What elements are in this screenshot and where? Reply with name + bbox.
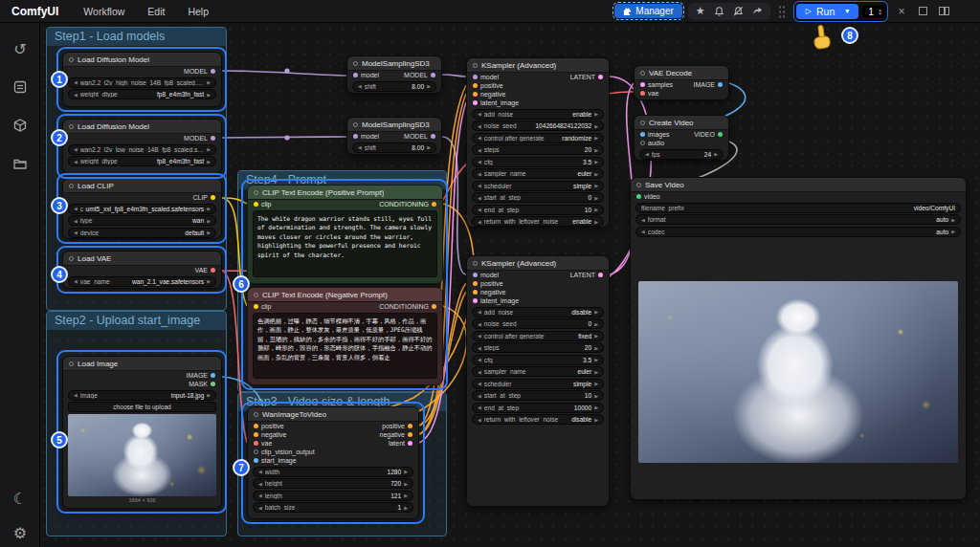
choose-file-button[interactable]: choose file to upload bbox=[68, 402, 216, 412]
widget-sampler-name[interactable]: ◀sampler_nameeuler▶ bbox=[472, 366, 604, 377]
collapse-dot-icon[interactable] bbox=[69, 57, 74, 62]
start-image-input-port[interactable] bbox=[254, 458, 258, 463]
clip-input-port[interactable] bbox=[254, 202, 258, 207]
positive-input-port[interactable] bbox=[473, 281, 478, 286]
node-header[interactable]: Create Video bbox=[635, 116, 728, 130]
workflow-history-icon[interactable]: ↺ bbox=[0, 34, 40, 63]
model-input-port[interactable] bbox=[473, 273, 478, 277]
collapse-dot-icon[interactable] bbox=[353, 122, 358, 127]
model-library-icon[interactable] bbox=[0, 111, 40, 140]
manager-button[interactable]: Manager bbox=[614, 4, 681, 18]
model-output-port[interactable] bbox=[431, 134, 435, 139]
latent-output-port[interactable] bbox=[408, 441, 412, 446]
settings-gear-icon[interactable]: ⚙ bbox=[0, 518, 40, 547]
clip-input-port[interactable] bbox=[254, 304, 258, 309]
collapse-dot-icon[interactable] bbox=[353, 61, 358, 66]
widget-shift[interactable]: ◀shift8.00▶ bbox=[352, 142, 436, 153]
latent-output-port[interactable] bbox=[598, 273, 603, 277]
positive-input-port[interactable] bbox=[254, 424, 258, 428]
group-step1-title[interactable]: Step1 - Load models bbox=[47, 28, 226, 46]
widget-cfg[interactable]: ◀cfg3.5▶ bbox=[472, 355, 604, 365]
node-header[interactable]: Load Image bbox=[63, 357, 221, 371]
queue-stepper[interactable]: ▴▾ bbox=[879, 8, 881, 15]
node-header[interactable]: VAE Decode bbox=[635, 66, 728, 80]
collapse-dot-icon[interactable] bbox=[473, 261, 478, 266]
widget-noise-seed[interactable]: ◀noise_seed0▶ bbox=[472, 318, 604, 329]
latent-output-port[interactable] bbox=[598, 75, 603, 79]
negative-prompt-textarea[interactable]: 色调艳丽，过曝，静态，细节模糊不清，字幕，风格，作品，画作，画面，静止，整体发灰… bbox=[253, 313, 437, 379]
collapse-dot-icon[interactable] bbox=[69, 184, 74, 188]
node-vae-decode[interactable]: VAE Decode samplesIMAGE vae bbox=[634, 65, 729, 100]
widget-weight-dtype[interactable]: ◀weight_dtypefp8_e4m3fn_fast▶ bbox=[68, 89, 216, 99]
collapse-dot-icon[interactable] bbox=[254, 412, 258, 417]
theme-toggle-icon[interactable]: ☾ bbox=[0, 484, 40, 513]
clip-output-port[interactable] bbox=[211, 195, 215, 200]
latent-image-input-port[interactable] bbox=[473, 100, 478, 105]
widget-return-leftover-noise[interactable]: ◀return_with_leftover_noiseenable▶ bbox=[472, 216, 604, 227]
share-icon[interactable] bbox=[749, 4, 767, 19]
collapse-dot-icon[interactable] bbox=[69, 256, 74, 261]
node-header[interactable]: ModelSamplingSD3 bbox=[347, 56, 441, 71]
node-save-video[interactable]: Save Video video filename_prefixvideo/Co… bbox=[630, 177, 967, 500]
menu-edit[interactable]: Edit bbox=[136, 6, 176, 17]
node-header[interactable]: Load Diffusion Model bbox=[63, 120, 221, 134]
model-input-port[interactable] bbox=[353, 134, 358, 139]
clip-vision-input-port[interactable] bbox=[254, 449, 258, 454]
negative-input-port[interactable] bbox=[254, 432, 258, 437]
widget-end-at-step[interactable]: ◀end_at_step10▶ bbox=[472, 205, 604, 215]
model-output-port[interactable] bbox=[211, 69, 215, 74]
group-step2-title[interactable]: Step2 - Upload start_image bbox=[47, 312, 226, 330]
video-input-port[interactable] bbox=[636, 194, 641, 199]
widget-add-noise[interactable]: ◀add_noiseenable▶ bbox=[472, 109, 604, 120]
model-input-port[interactable] bbox=[473, 75, 478, 79]
widget-control-after-generate[interactable]: ◀control after generatefixed▶ bbox=[472, 331, 604, 341]
node-load-diffusion-model-low[interactable]: Load Diffusion Model MODEL ◀wan2.2_i2v_l… bbox=[62, 119, 222, 174]
widget-control-after-generate[interactable]: ◀control after generaterandomize▶ bbox=[472, 133, 604, 143]
model-input-port[interactable] bbox=[353, 73, 358, 77]
widget-vae-name[interactable]: ◀vae_namewan_2.1_vae.safetensors▶ bbox=[68, 276, 216, 287]
node-header[interactable]: ModelSamplingSD3 bbox=[347, 118, 441, 132]
mask-output-port[interactable] bbox=[211, 382, 215, 386]
drag-handle-icon[interactable] bbox=[778, 5, 786, 18]
star-icon[interactable]: ★ bbox=[692, 4, 709, 19]
comfyui-logo[interactable]: ComfyUI bbox=[0, 5, 72, 18]
vae-output-port[interactable] bbox=[211, 268, 215, 273]
widget-device[interactable]: ◀devicedefault▶ bbox=[68, 228, 216, 238]
widget-clip-name[interactable]: ◀clip …umt5_xxl_fp8_e4m3fn_scaled.safete… bbox=[68, 204, 216, 214]
node-header[interactable]: Load Diffusion Model bbox=[63, 53, 221, 67]
input-image-preview[interactable] bbox=[68, 414, 216, 496]
collapse-dot-icon[interactable] bbox=[473, 63, 478, 68]
widget-scheduler[interactable]: ◀schedulersimple▶ bbox=[472, 379, 604, 389]
menu-help[interactable]: Help bbox=[176, 6, 220, 17]
widget-return-leftover-noise[interactable]: ◀return_with_leftover_noisedisable▶ bbox=[472, 414, 604, 425]
node-modelsampling-sd3-1[interactable]: ModelSamplingSD3 modelMODEL ◀shift8.00▶ bbox=[346, 55, 442, 94]
node-header[interactable]: Save Video bbox=[631, 178, 966, 192]
widget-batch-size[interactable]: ◀batch_size1▶ bbox=[253, 502, 413, 513]
widget-scheduler[interactable]: ◀schedulersimple▶ bbox=[472, 181, 604, 191]
widget-add-noise[interactable]: ◀add_noisedisable▶ bbox=[472, 307, 604, 317]
widget-end-at-step[interactable]: ◀end_at_step10000▶ bbox=[472, 403, 604, 413]
positive-output-port[interactable] bbox=[408, 424, 412, 428]
image-output-port[interactable] bbox=[211, 373, 215, 378]
queue-count-box[interactable]: 1▴▾ bbox=[862, 5, 885, 18]
widget-steps[interactable]: ◀steps20▶ bbox=[472, 342, 604, 353]
node-load-image[interactable]: Load Image IMAGE MASK ◀imageinput-18.jpg… bbox=[62, 356, 222, 509]
node-ksampler-advanced-2[interactable]: KSampler (Advanced) modelLATENT positive… bbox=[466, 255, 610, 507]
run-button[interactable]: ▷Run▾ bbox=[796, 4, 858, 19]
negative-input-port[interactable] bbox=[473, 290, 478, 295]
node-header[interactable]: Load VAE bbox=[63, 252, 221, 266]
node-header[interactable]: WanImageToVideo bbox=[248, 407, 418, 422]
model-output-port[interactable] bbox=[431, 73, 435, 77]
maximize-icon[interactable] bbox=[915, 5, 930, 18]
node-header[interactable]: Load CLIP bbox=[63, 179, 221, 193]
widget-filename-prefix[interactable]: filename_prefixvideo/ComfyUI bbox=[635, 203, 961, 213]
node-load-clip[interactable]: Load CLIP CLIP ◀clip …umt5_xxl_fp8_e4m3f… bbox=[62, 178, 222, 239]
widget-image-file[interactable]: ◀imageinput-18.jpg▶ bbox=[68, 390, 216, 401]
video-output-port[interactable] bbox=[718, 132, 723, 137]
widget-start-at-step[interactable]: ◀start_at_step10▶ bbox=[472, 390, 604, 401]
node-clip-text-encode-positive[interactable]: CLIP Text Encode (Positive Prompt) clipC… bbox=[247, 185, 443, 284]
menu-workflow[interactable]: Workflow bbox=[72, 6, 136, 17]
node-ksampler-advanced-1[interactable]: KSampler (Advanced) modelLATENT positive… bbox=[466, 57, 610, 228]
collapse-dot-icon[interactable] bbox=[69, 124, 74, 129]
split-panel-icon[interactable] bbox=[936, 5, 951, 18]
